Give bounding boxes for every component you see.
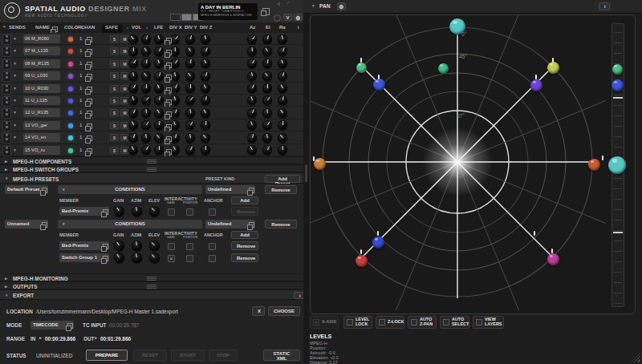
audio-object-ball[interactable] <box>612 79 624 91</box>
elevation-knob[interactable] <box>262 71 272 81</box>
radius-knob[interactable] <box>278 83 287 93</box>
azimuth-knob[interactable] <box>247 47 257 56</box>
clear-location-button[interactable]: X <box>252 306 265 316</box>
interactivity-position-checkbox[interactable] <box>186 208 193 216</box>
elevation-knob[interactable] <box>262 47 272 56</box>
channel-name-field[interactable]: 14 VO_en <box>23 133 60 142</box>
drag-handle-icon[interactable] <box>147 285 156 289</box>
azimuth-knob[interactable] <box>247 83 257 93</box>
vol-left-knob[interactable] <box>128 83 138 93</box>
div-z-knob[interactable] <box>201 145 210 155</box>
channel-name-field[interactable]: 10 U_R030 <box>23 84 60 93</box>
div-y-knob[interactable] <box>185 83 195 93</box>
vol-right-knob[interactable] <box>141 133 151 143</box>
radius-knob[interactable] <box>278 120 287 130</box>
solo-button[interactable]: S <box>110 35 119 42</box>
solo-button[interactable]: S <box>110 109 119 116</box>
sends-expand-caret-icon[interactable]: ▼ <box>13 123 17 127</box>
automation-mode-button[interactable]: RW <box>2 108 11 119</box>
div-y-knob[interactable] <box>185 133 195 143</box>
automation-mode-button[interactable]: RW <box>2 146 11 156</box>
vol-right-knob[interactable] <box>141 59 151 68</box>
audio-object-ball[interactable] <box>438 63 449 74</box>
lfe-knob[interactable] <box>154 34 164 44</box>
out-caret-icon[interactable]: ▶ <box>95 336 98 340</box>
elevation-knob[interactable] <box>262 145 272 155</box>
channel-color-swatch[interactable] <box>68 49 73 54</box>
sends-expand-caret-icon[interactable]: ▼ <box>13 86 17 91</box>
lfe-knob[interactable] <box>154 95 164 105</box>
solo-button[interactable]: S <box>110 47 119 55</box>
sends-expand-caret-icon[interactable]: ▼ <box>13 36 17 41</box>
section-mpegh-components[interactable]: ▶ MPEG-H COMPONENTS <box>0 156 303 164</box>
lfe-knob[interactable] <box>154 83 164 93</box>
lfe-link-icon[interactable] <box>166 149 172 155</box>
audio-object-ball[interactable] <box>356 255 368 267</box>
channel-color-swatch[interactable] <box>68 111 73 115</box>
member-elev-knob[interactable] <box>149 253 160 263</box>
layout-toggle-small-icon[interactable] <box>170 14 181 21</box>
checkbox-icon[interactable] <box>411 319 417 326</box>
lfe-knob[interactable] <box>154 47 164 56</box>
record-circle-icon[interactable] <box>274 14 281 22</box>
chan-copy-icon[interactable] <box>87 99 92 104</box>
div-y-knob[interactable] <box>185 95 195 105</box>
elevation-knob[interactable] <box>262 108 272 118</box>
div-z-knob[interactable] <box>201 47 210 56</box>
vol-left-knob[interactable] <box>128 145 138 155</box>
section-mpegh-switch-groups[interactable]: ▶ MPEG-H SWITCH GROUPS <box>0 164 303 172</box>
vol-left-knob[interactable] <box>128 133 138 143</box>
elevation-knob[interactable] <box>262 34 272 44</box>
lfe-link-icon[interactable] <box>166 87 172 93</box>
interactivity-gain-checkbox[interactable] <box>168 208 175 216</box>
vol-right-knob[interactable] <box>141 145 151 155</box>
elevation-knob[interactable] <box>262 83 272 93</box>
div-y-knob[interactable] <box>185 34 195 44</box>
mode-copy-icon[interactable] <box>67 323 73 329</box>
member-remove-button[interactable]: Remove <box>231 207 258 216</box>
solo-button[interactable]: S <box>110 97 119 104</box>
sends-expand-caret-icon[interactable]: ▼ <box>13 61 17 66</box>
vol-right-knob[interactable] <box>141 108 151 118</box>
sends-caret-icon[interactable]: ▼ <box>2 25 6 29</box>
automation-mode-button[interactable]: RW <box>2 133 11 144</box>
div-z-knob[interactable] <box>201 34 210 44</box>
slider-marker[interactable] <box>613 232 623 233</box>
elevation-knob[interactable] <box>262 59 272 68</box>
div-y-knob[interactable] <box>185 47 195 56</box>
elevation-knob[interactable] <box>262 133 272 143</box>
drag-handle-icon[interactable] <box>147 160 156 164</box>
audio-object-ball[interactable] <box>373 79 385 91</box>
view-layers-toggle[interactable]: VIEWLAYERS <box>473 316 504 329</box>
lfe-knob[interactable] <box>154 145 164 155</box>
chan-copy-icon[interactable] <box>87 123 92 129</box>
channel-color-swatch[interactable] <box>68 135 73 140</box>
member-gain-knob[interactable] <box>114 253 124 263</box>
prepare-button[interactable]: PREPARE <box>86 350 128 361</box>
sends-expand-caret-icon[interactable]: ▼ <box>13 110 17 115</box>
vol-right-knob[interactable] <box>141 34 151 44</box>
member-azim-knob[interactable] <box>132 253 142 263</box>
member-elev-knob[interactable] <box>149 241 160 251</box>
automation-mode-button[interactable]: RW <box>2 71 11 82</box>
vol-right-knob[interactable] <box>141 71 151 81</box>
settings-gear-icon[interactable]: ⚙ <box>294 14 303 21</box>
channel-name-field[interactable]: 07 M_L135 <box>23 47 60 55</box>
elevation-knob[interactable] <box>262 120 272 130</box>
audio-object-ball[interactable] <box>372 237 384 249</box>
automation-mode-button[interactable]: RW <box>2 84 11 95</box>
pan-gear-icon[interactable]: ⚙ <box>337 2 346 10</box>
div-y-knob[interactable] <box>185 108 195 118</box>
elevation-knob[interactable] <box>262 95 272 105</box>
v-button[interactable]: V <box>283 14 292 21</box>
expand-caret-icon[interactable]: ▶ <box>5 168 8 172</box>
azimuth-knob[interactable] <box>247 133 257 143</box>
lfe-link-icon[interactable] <box>166 111 172 117</box>
automation-mode-button[interactable]: RW <box>2 34 11 45</box>
scrollbar-thumb[interactable] <box>305 164 307 182</box>
x-axis-toggle[interactable]: ×X-AXIS <box>310 316 339 329</box>
preset-copy-icon[interactable] <box>42 222 47 228</box>
audio-object-ball[interactable] <box>356 63 367 73</box>
section-mpegh-presets[interactable]: ▼ MPEG-H PRESETS PRESET KIND Add Preset <box>0 172 303 184</box>
window-resize-grip[interactable] <box>631 353 640 362</box>
